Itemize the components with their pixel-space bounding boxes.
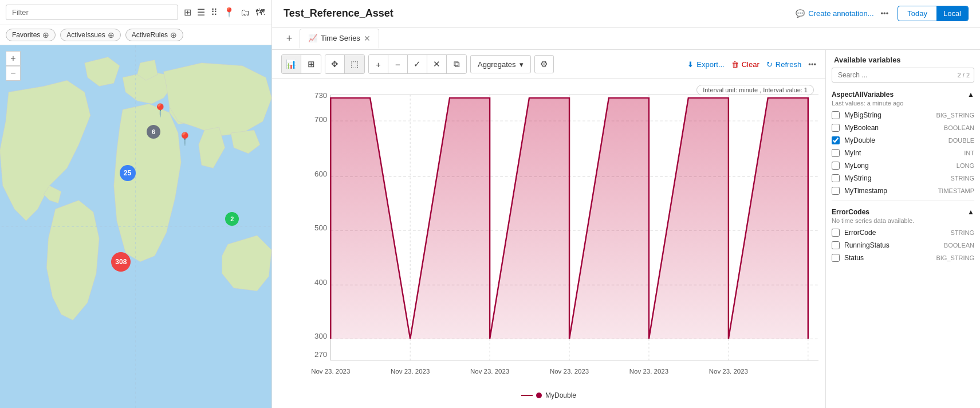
runningstatus-checkbox[interactable] xyxy=(832,241,840,249)
legend-line xyxy=(521,395,533,396)
errorcodes-label: ErrorCodes xyxy=(832,208,869,216)
cluster-25[interactable]: 25 xyxy=(120,165,136,181)
copy-button[interactable]: ⧉ xyxy=(447,55,466,73)
aspect-all-variables-subtitle: Last values: a minute ago xyxy=(832,100,974,107)
filter-input[interactable] xyxy=(6,5,178,20)
status-checkbox[interactable] xyxy=(832,254,840,262)
clear-button[interactable]: 🗑 Clear xyxy=(731,60,759,69)
export-button[interactable]: ⬇ Export... xyxy=(687,60,724,69)
more-chart-icon[interactable]: ••• xyxy=(808,60,816,69)
tab-time-series[interactable]: 📈 Time Series ✕ xyxy=(300,29,379,49)
zoom-in-button[interactable]: + xyxy=(6,51,21,66)
mylong-checkbox[interactable] xyxy=(832,162,840,170)
myboolean-checkbox[interactable] xyxy=(832,124,840,132)
aspect-all-variables-group-header[interactable]: AspectAllVariables ▲ xyxy=(832,87,974,100)
add-tab-button[interactable]: + xyxy=(281,28,297,49)
aggregates-dropdown[interactable]: Aggregates ▾ xyxy=(470,55,531,73)
refresh-label: Refresh xyxy=(776,60,802,69)
pin-marker-2: 📍 xyxy=(177,132,192,147)
var-item-mybigstring: MyBigString BIG_STRING xyxy=(832,109,974,121)
asset-actions: 💬 Create annotation... ••• xyxy=(796,9,888,18)
activerules-tag[interactable]: ActiveRules ⊕ xyxy=(125,29,183,41)
myboolean-name: MyBoolean xyxy=(844,124,939,132)
clear-label: Clear xyxy=(742,60,759,69)
list-icon[interactable]: ☰ xyxy=(196,6,206,19)
mybigstring-name: MyBigString xyxy=(844,111,931,119)
status-name: Status xyxy=(844,254,931,262)
variables-header: Available variables xyxy=(826,50,980,68)
mystring-type: STRING xyxy=(950,175,974,182)
today-button[interactable]: Today xyxy=(898,6,936,21)
mystring-checkbox[interactable] xyxy=(832,174,840,182)
chart-view-button[interactable]: 📊 xyxy=(282,55,301,73)
tab-close-button[interactable]: ✕ xyxy=(364,34,371,43)
settings-button[interactable]: ⚙ xyxy=(534,55,554,73)
time-series-chart: 730 700 600 500 400 300 270 xyxy=(306,85,825,374)
mystring-name: MyString xyxy=(844,174,946,182)
world-map-svg xyxy=(0,45,271,408)
aspect-all-variables-label: AspectAllVariables xyxy=(832,91,894,99)
var-item-runningstatus: RunningStatus BOOLEAN xyxy=(832,239,974,252)
map2-icon[interactable]: 🗺 xyxy=(254,6,266,19)
mybigstring-checkbox[interactable] xyxy=(832,111,840,119)
chart-legend: MyDouble xyxy=(521,391,576,399)
favorites-label: Favorites xyxy=(12,31,40,39)
select-button[interactable]: ⬚ xyxy=(345,55,364,73)
refresh-button[interactable]: ↻ Refresh xyxy=(766,60,802,69)
annotation-button[interactable]: 💬 Create annotation... xyxy=(796,9,873,18)
pin-marker-1: 📍 xyxy=(152,103,168,118)
cluster-308[interactable]: 308 xyxy=(111,252,131,272)
local-button[interactable]: Local xyxy=(936,6,968,21)
var-item-errorcode: ErrorCode STRING xyxy=(832,226,974,239)
move-button[interactable]: ✥ xyxy=(325,55,345,73)
grid-icon[interactable]: ⠿ xyxy=(210,6,219,19)
clear-icon: 🗑 xyxy=(731,60,739,69)
map-toolbar: ⊞ ☰ ⠿ 📍 🗂 🗺 xyxy=(0,0,271,25)
myint-checkbox[interactable] xyxy=(832,149,840,157)
svg-text:Nov 23, 2023: Nov 23, 2023 xyxy=(470,368,509,374)
remove-series-button[interactable]: − xyxy=(388,55,408,73)
zoom-out-button[interactable]: − xyxy=(6,66,21,81)
var-section-divider xyxy=(832,201,974,201)
variables-list: AspectAllVariables ▲ Last values: a minu… xyxy=(826,87,980,408)
hierarchy-icon[interactable]: ⊞ xyxy=(183,6,192,19)
more-actions-icon[interactable]: ••• xyxy=(881,9,889,18)
mylong-name: MyLong xyxy=(844,162,952,170)
cross-button[interactable]: ✕ xyxy=(427,55,447,73)
mydouble-name: MyDouble xyxy=(844,136,944,144)
mydouble-checkbox[interactable] xyxy=(832,136,840,144)
edit-tools-group: + − ✓ ✕ ⧉ xyxy=(368,54,467,74)
chart-toolbar: 📊 ⊞ ✥ ⬚ + − ✓ ✕ ⧉ Aggregates ▾ xyxy=(272,50,825,79)
svg-text:Nov 23, 2023: Nov 23, 2023 xyxy=(709,368,748,374)
move-tools-group: ✥ ⬚ xyxy=(325,54,365,74)
time-series-icon: 📈 xyxy=(308,34,317,42)
myint-type: INT xyxy=(964,150,974,156)
favorites-tag[interactable]: Favorites ⊕ xyxy=(6,29,56,41)
layers-icon[interactable]: 🗂 xyxy=(239,6,251,19)
right-panel: Test_Reference_Asset 💬 Create annotation… xyxy=(272,0,980,408)
mytimestamp-checkbox[interactable] xyxy=(832,187,840,195)
errorcodes-subtitle: No time series data available. xyxy=(832,217,974,224)
add-series-button[interactable]: + xyxy=(369,55,388,73)
errorcode-checkbox[interactable] xyxy=(832,229,840,237)
asset-header: Test_Reference_Asset 💬 Create annotation… xyxy=(272,0,980,28)
variables-search-input[interactable] xyxy=(832,68,974,83)
pin-icon[interactable]: 📍 xyxy=(222,6,236,19)
legend-dot xyxy=(536,393,542,398)
map-toolbar-icons: ⊞ ☰ ⠿ 📍 🗂 🗺 xyxy=(183,6,266,19)
asset-title: Test_Reference_Asset xyxy=(284,7,786,19)
mybigstring-type: BIG_STRING xyxy=(936,112,974,119)
check-button[interactable]: ✓ xyxy=(408,55,427,73)
errorcodes-group-header[interactable]: ErrorCodes ▲ xyxy=(832,205,974,217)
activerules-plus-icon: ⊕ xyxy=(170,30,177,40)
mylong-type: LONG xyxy=(957,162,974,169)
svg-text:300: 300 xyxy=(314,332,327,341)
activeissues-tag[interactable]: ActiveIssues ⊕ xyxy=(60,29,120,41)
map-area[interactable]: + − xyxy=(0,45,271,408)
time-range-button[interactable]: Today Local xyxy=(898,6,969,21)
table-view-button[interactable]: ⊞ xyxy=(301,55,321,73)
svg-text:600: 600 xyxy=(314,170,327,179)
var-item-myboolean: MyBoolean BOOLEAN xyxy=(832,121,974,134)
annotation-label: Create annotation... xyxy=(808,9,873,18)
view-mode-group: 📊 ⊞ xyxy=(281,54,321,74)
